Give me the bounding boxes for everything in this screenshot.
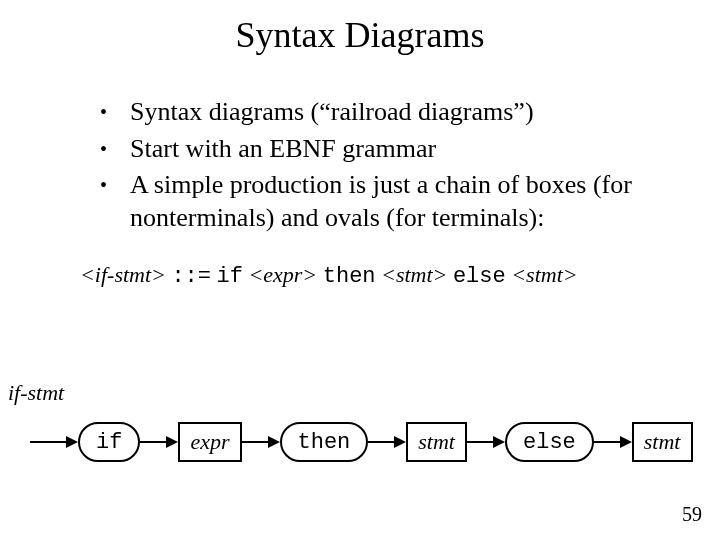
diagram-label: if-stmt (8, 380, 64, 406)
grammar-terminal: else (453, 264, 506, 289)
arrow-right-icon (493, 436, 505, 448)
grammar-terminal: if (217, 264, 243, 289)
arrow-right-icon (166, 436, 178, 448)
bullet-item: • Syntax diagrams (“railroad diagrams”) (100, 96, 680, 129)
grammar-lhs: <if-stmt> (80, 262, 166, 287)
grammar-nonterminal: <expr> (248, 262, 317, 287)
rail-connector (467, 436, 505, 448)
bullet-dot-icon: • (100, 169, 130, 201)
arrow-right-icon (66, 436, 78, 448)
rail-line (368, 441, 394, 443)
bullet-item: • A simple production is just a chain of… (100, 169, 680, 234)
nonterminal-node-expr: expr (178, 422, 241, 462)
terminal-node-else: else (505, 422, 594, 462)
arrow-right-icon (268, 436, 280, 448)
bullet-dot-icon: • (100, 96, 130, 128)
rail-connector (368, 436, 406, 448)
slide-title: Syntax Diagrams (0, 0, 720, 56)
rail-line (140, 441, 166, 443)
slide: Syntax Diagrams • Syntax diagrams (“rail… (0, 0, 720, 540)
grammar-terminal: then (323, 264, 376, 289)
grammar-production: <if-stmt> ::= if <expr> then <stmt> else… (80, 262, 720, 289)
bullet-text: A simple production is just a chain of b… (130, 169, 680, 234)
rail-line (30, 441, 66, 443)
terminal-node-if: if (78, 422, 140, 462)
arrow-right-icon (394, 436, 406, 448)
grammar-nonterminal: <stmt> (511, 262, 577, 287)
rail-connector (594, 436, 632, 448)
arrow-right-icon (620, 436, 632, 448)
terminal-node-then: then (280, 422, 369, 462)
rail-line (594, 441, 620, 443)
nonterminal-node-stmt: stmt (406, 422, 467, 462)
grammar-nonterminal: <stmt> (381, 262, 447, 287)
bullet-dot-icon: • (100, 133, 130, 165)
rail-connector (140, 436, 178, 448)
diagram-rail: if expr then stmt else (30, 422, 693, 462)
page-number: 59 (682, 503, 702, 526)
rail-connector (30, 436, 78, 448)
nonterminal-node-stmt: stmt (632, 422, 693, 462)
bullet-text: Start with an EBNF grammar (130, 133, 680, 166)
bullet-list: • Syntax diagrams (“railroad diagrams”) … (100, 96, 680, 234)
bullet-text: Syntax diagrams (“railroad diagrams”) (130, 96, 680, 129)
rail-line (467, 441, 493, 443)
rail-connector (242, 436, 280, 448)
grammar-operator: ::= (171, 264, 211, 289)
rail-line (242, 441, 268, 443)
bullet-item: • Start with an EBNF grammar (100, 133, 680, 166)
